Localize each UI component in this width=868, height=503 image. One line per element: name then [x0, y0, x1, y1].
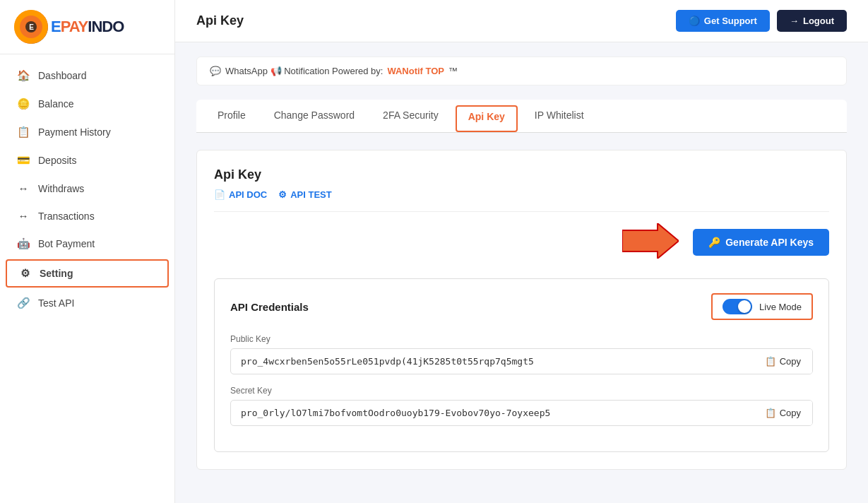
test-api-icon: 🔗	[17, 297, 30, 309]
main-content: Api Key 🔵 Get Support → Logout 💬 WhatsAp…	[175, 0, 868, 503]
home-icon: 🏠	[17, 69, 30, 82]
copy-secret-key-button[interactable]: 📋 Copy	[754, 401, 812, 425]
sidebar-nav: 🏠 Dashboard 🪙 Balance 📋 Payment History …	[0, 54, 174, 324]
svg-marker-4	[622, 223, 679, 259]
credentials-header: API Credentials Live Mode	[230, 293, 813, 320]
sidebar-label-balance: Balance	[38, 98, 74, 110]
api-key-card: Api Key 📄 API DOC ⚙ API TEST	[196, 150, 847, 470]
notification-trademark: ™	[448, 66, 458, 76]
tabs-bar: Profile Change Password 2FA Security Api…	[196, 100, 847, 133]
sidebar-label-setting: Setting	[40, 268, 73, 279]
secret-key-field: pro_0rly/lO7lmi7bofvomtOodro0uoyb179-Evo…	[230, 400, 813, 426]
topbar-actions: 🔵 Get Support → Logout	[676, 10, 847, 32]
copy-label-secret: Copy	[780, 408, 801, 418]
tab-2fa-label: 2FA Security	[383, 110, 439, 121]
sidebar-label-deposits: Deposits	[38, 155, 76, 166]
notification-bar: 💬 WhatsApp 📢 Notification Powered by: WA…	[196, 57, 847, 85]
toggle-switch[interactable]	[723, 299, 752, 314]
sidebar: E EPAYINDO 🏠 Dashboard 🪙 Balance 📋 Payme…	[0, 0, 175, 503]
tab-ip-whitelist-label: IP Whitelist	[535, 110, 584, 121]
page-title: Api Key	[196, 13, 244, 28]
sidebar-label-payment-history: Payment History	[38, 126, 111, 138]
tab-api-key-label: Api Key	[468, 111, 505, 122]
logo-text: EPAYINDO	[51, 18, 124, 36]
toggle-knob	[738, 300, 751, 313]
sidebar-item-dashboard[interactable]: 🏠 Dashboard	[0, 61, 174, 90]
api-doc-icon: 📄	[214, 189, 225, 200]
public-key-value: pro_4wcxrben5en5o55rLe051pvdp(41jK5285t0…	[231, 349, 754, 374]
tab-2fa-security[interactable]: 2FA Security	[369, 100, 453, 133]
sidebar-label-withdraws: Withdraws	[38, 183, 84, 194]
whatsapp-icon: 💬	[210, 66, 221, 76]
api-doc-label: API DOC	[229, 189, 267, 200]
tab-profile[interactable]: Profile	[203, 100, 260, 133]
setting-icon: ⚙	[18, 267, 31, 280]
public-key-label: Public Key	[230, 334, 813, 344]
payment-history-icon: 📋	[17, 126, 30, 138]
credentials-title: API Credentials	[230, 301, 309, 313]
notification-text: WhatsApp 📢 Notification Powered by:	[225, 66, 383, 76]
tab-api-key[interactable]: Api Key	[456, 105, 518, 132]
live-mode-label: Live Mode	[759, 302, 802, 312]
sidebar-item-balance[interactable]: 🪙 Balance	[0, 90, 174, 118]
copy-label-public: Copy	[780, 356, 801, 367]
key-icon: 🔑	[708, 237, 720, 248]
logout-icon: →	[790, 16, 799, 26]
sidebar-item-deposits[interactable]: 💳 Deposits	[0, 146, 174, 174]
logout-button[interactable]: → Logout	[777, 10, 847, 32]
get-support-label: Get Support	[704, 16, 757, 26]
support-icon: 🔵	[689, 16, 700, 26]
credentials-box: API Credentials Live Mode Public Key pro…	[214, 278, 829, 452]
content-area: 💬 WhatsApp 📢 Notification Powered by: WA…	[175, 42, 868, 503]
api-test-link[interactable]: ⚙ API TEST	[278, 189, 332, 200]
get-support-button[interactable]: 🔵 Get Support	[676, 10, 770, 32]
sidebar-item-setting[interactable]: ⚙ Setting	[6, 259, 169, 288]
arrow-indicator	[622, 223, 679, 261]
sidebar-label-transactions: Transactions	[38, 211, 95, 222]
topbar: Api Key 🔵 Get Support → Logout	[175, 0, 868, 42]
secret-key-label: Secret Key	[230, 386, 813, 396]
sidebar-item-withdraws[interactable]: ↔ Withdraws	[0, 174, 174, 202]
logo-image: E	[14, 10, 48, 44]
copy-public-key-button[interactable]: 📋 Copy	[754, 349, 812, 374]
generate-area: 🔑 Generate API Keys	[214, 223, 829, 261]
api-key-card-title: Api Key	[214, 167, 829, 182]
api-links: 📄 API DOC ⚙ API TEST	[214, 189, 829, 200]
logout-label: Logout	[803, 16, 834, 26]
copy-icon-public: 📋	[765, 356, 776, 367]
sidebar-item-test-api[interactable]: 🔗 Test API	[0, 289, 174, 317]
api-doc-link[interactable]: 📄 API DOC	[214, 189, 267, 200]
live-mode-toggle[interactable]: Live Mode	[711, 293, 813, 320]
api-test-icon: ⚙	[278, 189, 287, 200]
notification-brand: WANotif TOP	[387, 66, 444, 76]
withdraws-icon: ↔	[17, 182, 30, 194]
tab-profile-label: Profile	[218, 110, 246, 121]
sidebar-label-test-api: Test API	[38, 297, 74, 309]
sidebar-item-transactions[interactable]: ↔ Transactions	[0, 202, 174, 230]
tab-change-password-label: Change Password	[274, 110, 355, 121]
balance-icon: 🪙	[17, 97, 30, 110]
generate-api-keys-button[interactable]: 🔑 Generate API Keys	[693, 229, 829, 256]
api-test-label: API TEST	[290, 189, 332, 200]
sidebar-item-bot-payment[interactable]: 🤖 Bot Payment	[0, 230, 174, 258]
tab-change-password[interactable]: Change Password	[260, 100, 369, 133]
public-key-field: pro_4wcxrben5en5o55rLe051pvdp(41jK5285t0…	[230, 348, 813, 374]
sidebar-label-bot-payment: Bot Payment	[38, 238, 95, 249]
transactions-icon: ↔	[17, 210, 30, 222]
logo-area: E EPAYINDO	[0, 0, 174, 54]
copy-icon-secret: 📋	[765, 408, 776, 418]
tab-ip-whitelist[interactable]: IP Whitelist	[521, 100, 598, 133]
sidebar-label-dashboard: Dashboard	[38, 70, 87, 81]
bot-icon: 🤖	[17, 237, 30, 250]
generate-label: Generate API Keys	[725, 237, 814, 248]
sidebar-item-payment-history[interactable]: 📋 Payment History	[0, 118, 174, 146]
deposits-icon: 💳	[17, 154, 30, 167]
divider-1	[214, 211, 829, 212]
secret-key-value: pro_0rly/lO7lmi7bofvomtOodro0uoyb179-Evo…	[231, 401, 754, 425]
